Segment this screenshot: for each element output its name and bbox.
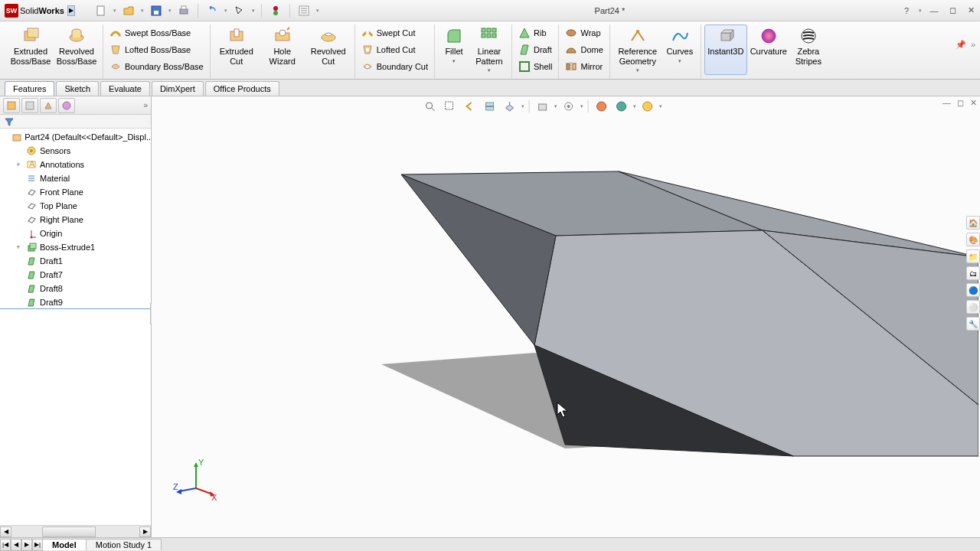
- scroll-thumb[interactable]: [42, 527, 96, 537]
- boundary-cut-button[interactable]: Boundary Cut: [358, 58, 431, 75]
- property-manager-tab[interactable]: [21, 98, 38, 113]
- revolved-boss-button[interactable]: Revolved Boss/Base: [54, 24, 100, 75]
- tab-office-products[interactable]: Office Products: [205, 81, 279, 96]
- bottom-tab-model[interactable]: Model: [42, 539, 87, 550]
- select-icon[interactable]: [232, 3, 247, 18]
- scroll-right-icon[interactable]: ▶: [139, 527, 151, 537]
- view-triad[interactable]: Y X Z: [173, 456, 219, 502]
- mirror-button[interactable]: Mirror: [562, 58, 606, 75]
- tree-item[interactable]: Draft8: [0, 282, 151, 295]
- extruded-cut-button[interactable]: Extruded Cut: [214, 24, 260, 75]
- print-icon[interactable]: [176, 3, 191, 18]
- draft-button[interactable]: Draft: [515, 41, 555, 58]
- custom-properties-icon[interactable]: 🔧: [966, 317, 980, 331]
- part-icon: [11, 132, 22, 142]
- draft-icon: [25, 297, 38, 308]
- swept-boss-button[interactable]: Swept Boss/Base: [106, 24, 207, 41]
- ribbon-expand-icon[interactable]: »: [971, 40, 975, 50]
- svg-point-5: [273, 6, 278, 11]
- new-icon[interactable]: [93, 3, 109, 18]
- svg-rect-26: [482, 34, 485, 37]
- shell-button[interactable]: Shell: [515, 58, 555, 75]
- home-icon[interactable]: 🏠: [966, 216, 980, 230]
- tab-dimxpert[interactable]: DimXpert: [152, 81, 204, 96]
- tab-nav-last-icon[interactable]: ▶|: [32, 539, 43, 551]
- expand-icon[interactable]: +: [14, 243, 23, 251]
- pin-icon[interactable]: 📌: [956, 40, 966, 50]
- tab-nav-next-icon[interactable]: ▶: [21, 539, 32, 551]
- tree-item[interactable]: +Boss-Extrude1: [0, 240, 151, 254]
- reference-geometry-button[interactable]: Reference Geometry▾: [613, 24, 662, 75]
- options-icon[interactable]: [296, 3, 312, 18]
- zebra-stripes-button[interactable]: Zebra Stripes: [790, 24, 827, 75]
- hole-wizard-button[interactable]: Hole Wizard: [260, 24, 305, 75]
- tree-item[interactable]: Draft1: [0, 254, 151, 268]
- open-icon[interactable]: [121, 3, 136, 18]
- tree-item[interactable]: +AAnnotations: [0, 158, 151, 171]
- app-logo[interactable]: SW SolidWorks ▶: [3, 4, 80, 18]
- bottom-tab-motion-study[interactable]: Motion Study 1: [86, 539, 162, 550]
- tab-nav-prev-icon[interactable]: ◀: [11, 539, 21, 551]
- panel-scrollbar[interactable]: ◀ ▶: [0, 525, 151, 537]
- tab-nav-first-icon[interactable]: |◀: [0, 539, 11, 551]
- dome-button[interactable]: Dome: [562, 41, 606, 58]
- dimxpert-manager-tab[interactable]: [58, 98, 75, 113]
- extruded-boss-button[interactable]: Extruded Boss/Base: [8, 24, 54, 75]
- appearances-icon[interactable]: 🎨: [966, 233, 980, 246]
- instant3d-button[interactable]: Instant3D: [704, 24, 747, 75]
- tree-item[interactable]: Front Plane: [0, 185, 151, 199]
- view-palette-icon[interactable]: 🔵: [966, 283, 980, 297]
- dome-icon: [565, 44, 577, 56]
- feature-tree-tab[interactable]: [3, 98, 20, 113]
- file-explorer-icon[interactable]: 🗂: [966, 266, 980, 280]
- swept-cut-button[interactable]: Swept Cut: [358, 24, 431, 41]
- curvature-button[interactable]: Curvature: [747, 24, 790, 75]
- appearances-scenes-icon[interactable]: ⚪: [966, 300, 980, 314]
- tree-item[interactable]: Origin: [0, 227, 151, 240]
- lofted-cut-button[interactable]: Lofted Cut: [358, 41, 431, 58]
- linear-pattern-button[interactable]: Linear Pattern▾: [470, 24, 508, 75]
- curves-button[interactable]: Curves▾: [662, 24, 697, 75]
- rib-button[interactable]: Rib: [515, 24, 555, 41]
- menu-expand-icon[interactable]: ▶: [67, 5, 75, 16]
- tree-item[interactable]: Sensors: [0, 144, 151, 158]
- tab-sketch[interactable]: Sketch: [56, 81, 99, 96]
- fillet-button[interactable]: Fillet▾: [438, 24, 470, 75]
- collapse-panel-icon[interactable]: »: [143, 101, 148, 109]
- graphics-viewport[interactable]: ▾ ▾ ▾ ▾ ▾ — ◻ ✕: [152, 96, 980, 537]
- minimize-icon[interactable]: —: [928, 5, 940, 16]
- rebuild-icon[interactable]: [268, 3, 283, 18]
- svg-rect-41: [13, 135, 21, 141]
- svg-rect-25: [492, 28, 496, 32]
- maximize-icon[interactable]: ◻: [946, 5, 959, 16]
- tree-item-label: Right Plane: [40, 215, 83, 224]
- svg-point-43: [30, 149, 33, 152]
- plane-icon: [25, 214, 38, 225]
- feature-tree[interactable]: Part24 (Default<<Default>_Displ.. Sensor…: [0, 129, 151, 525]
- boundary-boss-button[interactable]: Boundary Boss/Base: [106, 58, 207, 75]
- design-library-icon[interactable]: 📁: [966, 249, 980, 263]
- close-icon[interactable]: ✕: [965, 5, 977, 16]
- tab-features[interactable]: Features: [5, 81, 54, 96]
- model-3d[interactable]: [152, 96, 978, 525]
- tree-filter[interactable]: [0, 115, 151, 129]
- svg-rect-28: [492, 34, 496, 37]
- tree-item[interactable]: Draft9: [0, 295, 151, 309]
- configuration-tab[interactable]: [40, 98, 57, 113]
- help-icon[interactable]: ?: [900, 5, 913, 16]
- revolved-cut-button[interactable]: Revolved Cut: [305, 24, 351, 75]
- tree-item[interactable]: Material: [0, 171, 151, 185]
- rib-icon: [518, 27, 531, 39]
- undo-icon[interactable]: [204, 3, 220, 18]
- wrap-button[interactable]: Wrap: [562, 24, 606, 41]
- tree-item[interactable]: Top Plane: [0, 199, 151, 213]
- svg-text:A: A: [29, 159, 35, 168]
- save-icon[interactable]: [149, 3, 164, 18]
- tree-item[interactable]: Right Plane: [0, 213, 151, 227]
- expand-icon[interactable]: +: [14, 161, 23, 168]
- tab-evaluate[interactable]: Evaluate: [100, 81, 150, 96]
- tree-item[interactable]: Draft7: [0, 268, 151, 282]
- scroll-left-icon[interactable]: ◀: [0, 527, 11, 537]
- tree-root[interactable]: Part24 (Default<<Default>_Displ..: [0, 130, 151, 144]
- lofted-boss-button[interactable]: Lofted Boss/Base: [106, 41, 207, 58]
